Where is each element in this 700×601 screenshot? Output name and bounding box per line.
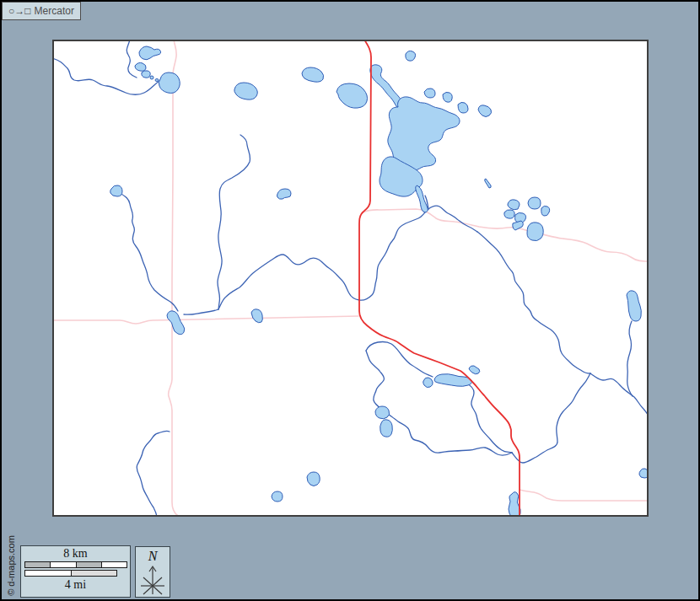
- scale-mi-label: 4 mi: [21, 578, 130, 591]
- lake: [142, 71, 150, 78]
- lake: [380, 420, 393, 437]
- compass-star-icon: [137, 564, 168, 596]
- north-indicator-panel: N: [135, 546, 170, 598]
- scale-bar-panel: 8 km 4 mi: [20, 545, 131, 598]
- scale-bar-mi: [24, 570, 117, 577]
- scale-bar-segment: [25, 571, 72, 576]
- scale-bar-segment: [102, 562, 127, 567]
- lake: [527, 223, 543, 241]
- scale-km-label: 8 km: [21, 547, 130, 560]
- north-label: N: [136, 549, 170, 564]
- map-canvas: [52, 40, 649, 518]
- lake: [150, 76, 153, 79]
- lake: [423, 378, 433, 388]
- lake: [443, 92, 452, 102]
- lake: [135, 62, 146, 71]
- lake: [272, 491, 283, 502]
- copyright-watermark: © d-maps.com: [6, 532, 18, 599]
- scale-bar-km: [24, 561, 127, 568]
- lake: [541, 206, 550, 216]
- lake: [375, 406, 390, 419]
- scale-bar-segment: [72, 571, 117, 576]
- scale-bar-segment: [51, 562, 76, 567]
- lake: [504, 210, 514, 218]
- lake: [458, 102, 468, 113]
- lake: [424, 89, 435, 98]
- lake: [307, 472, 320, 486]
- projection-label: Mercator: [35, 6, 74, 16]
- lake: [155, 79, 159, 82]
- lake: [159, 72, 180, 94]
- page-background: 8 km 4 mi N ○→□ Mercator © d-maps.com: [0, 0, 700, 601]
- projection-panel: ○→□ Mercator: [2, 2, 81, 20]
- scale-bar-segment: [25, 562, 51, 567]
- projection-transform-icon: ○→□: [8, 6, 31, 16]
- lake: [406, 51, 416, 61]
- scale-bar-segment: [77, 562, 102, 567]
- lake: [528, 197, 541, 209]
